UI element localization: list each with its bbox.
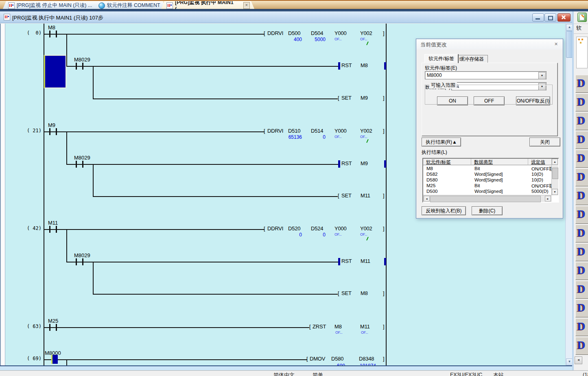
- device-button[interactable]: D: [575, 112, 588, 130]
- chevron-down-icon[interactable]: ▼: [538, 72, 546, 79]
- dialog-titlebar[interactable]: 当前值更改: [416, 39, 563, 50]
- tab-close-icon[interactable]: ×: [243, 2, 250, 9]
- tab-label: [PRG]监视 停止中 MAIN (只读) ...: [17, 2, 92, 9]
- instruction-mnemonic[interactable]: RST: [341, 62, 352, 68]
- device-button[interactable]: D: [575, 337, 588, 355]
- execution-result-table[interactable]: 软元件/标签 数据类型 设定值 M8BitON/OFF取反 D582Word[S…: [422, 158, 559, 203]
- scroll-up-icon[interactable]: ▲: [552, 159, 558, 165]
- device-button[interactable]: D: [575, 318, 588, 336]
- dialog-title: 当前值更改: [420, 41, 447, 48]
- device-button[interactable]: D: [575, 94, 588, 111]
- status-plc-type: FX3U/FX3UC: [450, 372, 482, 376]
- delete-button[interactable]: 删除(C): [472, 206, 503, 215]
- scrollbar-thumb[interactable]: [430, 196, 541, 202]
- table-horizontal-scrollbar[interactable]: ◄ ►: [423, 195, 552, 202]
- branch-wire: [93, 66, 94, 98]
- editor-left-margin: [0, 24, 5, 365]
- close-dialog-button[interactable]: 关闭: [529, 138, 560, 146]
- device-combobox[interactable]: M8000 ▼: [425, 71, 546, 79]
- operand[interactable]: D500: [288, 30, 300, 36]
- table-row[interactable]: D500Word[Signed]5000(D): [423, 189, 552, 195]
- contact-symbol[interactable]: [49, 31, 50, 37]
- tab-label: 软元件注释 COMMENT: [107, 2, 160, 9]
- scroll-left-icon[interactable]: ◄: [575, 356, 582, 364]
- status-misc: (18: [583, 372, 588, 376]
- column-header: 数据类型: [474, 159, 493, 165]
- tab-device-comment[interactable]: 软元件注释 COMMENT: [93, 1, 166, 10]
- energized-mark: [384, 258, 386, 265]
- energized-mark: [384, 160, 386, 168]
- tab-buffer-memory[interactable]: 缓冲存储器: [455, 55, 488, 63]
- table-row[interactable]: D582Word[Signed]10(D): [423, 172, 552, 177]
- device-button[interactable]: D: [575, 225, 588, 243]
- restore-button[interactable]: [544, 13, 556, 22]
- reflect-to-input-button[interactable]: 反映到输入栏(B): [422, 206, 466, 215]
- current-value-change-dialog: 当前值更改 × 软元件/标签 缓冲存储器 软元件/标签(E) M8000 ▼ 数…: [416, 39, 563, 219]
- input-range-groupbox: 可输入范围: [425, 85, 553, 105]
- edit-cursor-cell[interactable]: [44, 55, 66, 88]
- ladder-vertical-scrollbar[interactable]: ▲ ▼: [565, 24, 573, 365]
- table-row[interactable]: D580Word[Signed]10(D): [423, 177, 552, 183]
- restore-icon: [548, 16, 553, 20]
- branch-wire: [66, 34, 67, 66]
- scroll-right-icon[interactable]: ►: [545, 196, 551, 201]
- status-bar: 简体中文 简单 FX3U/FX3UC 本站 (18: [0, 370, 588, 376]
- energized-contact[interactable]: [51, 355, 58, 364]
- device-button[interactable]: D: [575, 281, 588, 299]
- device-button[interactable]: D: [575, 262, 588, 280]
- device-button[interactable]: D: [575, 150, 588, 168]
- device-button[interactable]: D: [575, 187, 588, 205]
- edit-document-icon[interactable]: [577, 13, 587, 22]
- contact-label[interactable]: M8: [48, 24, 55, 31]
- contact-label[interactable]: M9: [48, 122, 55, 128]
- monitor-value: 5000: [306, 37, 326, 42]
- contact-label[interactable]: M8029: [74, 57, 90, 63]
- operand[interactable]: Y000: [334, 30, 347, 36]
- device-button[interactable]: D: [575, 243, 588, 261]
- column-header: 软元件/标签: [426, 159, 451, 165]
- scroll-left-icon[interactable]: ◄: [424, 196, 430, 201]
- table-row[interactable]: M8BitON/OFF取反: [423, 166, 552, 172]
- scrollbar-thumb[interactable]: [552, 168, 558, 179]
- program-monitor-icon: [166, 2, 173, 9]
- instruction-mnemonic[interactable]: DDRVI: [267, 30, 283, 36]
- right-docked-panel: 软 D D D D D D D D D D D D D D D ◄: [572, 11, 588, 370]
- device-button[interactable]: D: [575, 206, 588, 224]
- program-monitor-icon: [8, 2, 15, 9]
- status-mode: 简单: [313, 372, 323, 376]
- rung-wire: [93, 98, 338, 99]
- panel-list-box[interactable]: [576, 37, 588, 68]
- execution-result-toggle-button[interactable]: 执行结果(R)▲: [422, 138, 461, 146]
- table-vertical-scrollbar[interactable]: ▲ ▼: [551, 159, 558, 195]
- device-button[interactable]: D: [575, 299, 588, 317]
- close-button[interactable]: [557, 13, 571, 22]
- rung-wire: [44, 34, 264, 35]
- dialog-close-icon[interactable]: ×: [553, 41, 560, 48]
- tab-prg-main1-active[interactable]: [PRG]监视 执行中 MAIN1 (... ×: [161, 1, 255, 10]
- document-tab-bar: [PRG]监视 停止中 MAIN (只读) ... 软元件注释 COMMENT …: [0, 0, 588, 10]
- step-number: ( 63): [12, 324, 42, 329]
- table-row[interactable]: M25BitON/OFF取反: [423, 183, 552, 189]
- input-range-label: 可输入范围: [429, 82, 457, 89]
- device-comment: OF...: [334, 37, 342, 41]
- device-button[interactable]: D: [575, 168, 588, 186]
- comment-icon: [98, 2, 105, 9]
- operand[interactable]: Y002: [360, 30, 372, 36]
- status-language: 简体中文: [273, 372, 295, 376]
- step-number: ( 0): [12, 30, 42, 36]
- device-comment: OF...: [360, 37, 367, 41]
- device-button[interactable]: D: [575, 131, 588, 149]
- energized-mark: [338, 258, 340, 265]
- operand[interactable]: M9: [361, 95, 368, 101]
- tab-device-label[interactable]: 软元件/标签: [424, 54, 458, 63]
- operand[interactable]: D504: [311, 30, 323, 36]
- column-header: 设定值: [531, 159, 545, 165]
- instruction-mnemonic[interactable]: SET: [341, 95, 352, 101]
- tab-prg-main[interactable]: [PRG]监视 停止中 MAIN (只读) ...: [2, 1, 101, 10]
- step-number: ( 69): [12, 356, 42, 361]
- minimize-button[interactable]: [532, 13, 544, 22]
- device-button[interactable]: D: [575, 75, 588, 93]
- pulse-tick-icon: [366, 237, 369, 240]
- operand[interactable]: M8: [361, 62, 368, 68]
- scroll-down-icon[interactable]: ▼: [552, 189, 558, 195]
